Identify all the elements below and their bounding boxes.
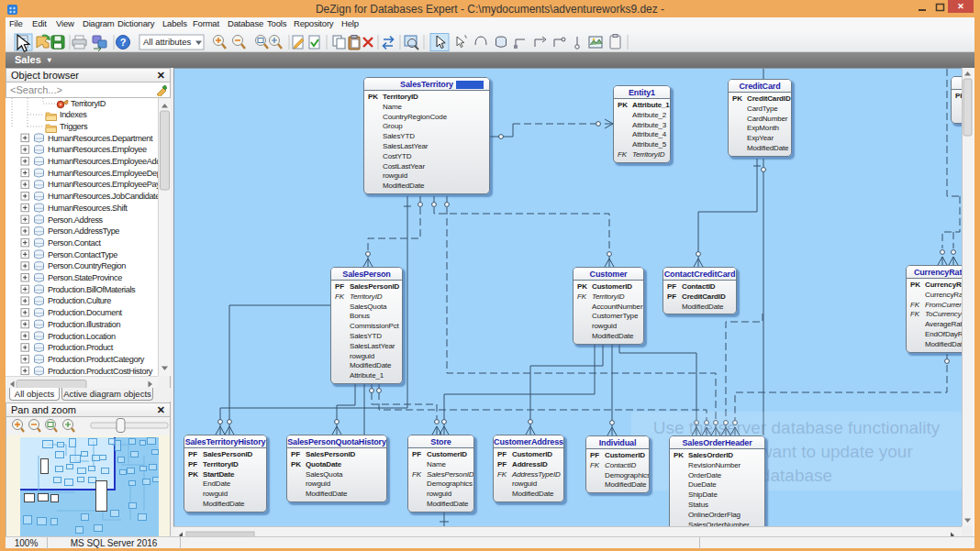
svg-text:?: ? <box>120 37 127 48</box>
svg-text:All attributes: All attributes <box>143 37 192 47</box>
